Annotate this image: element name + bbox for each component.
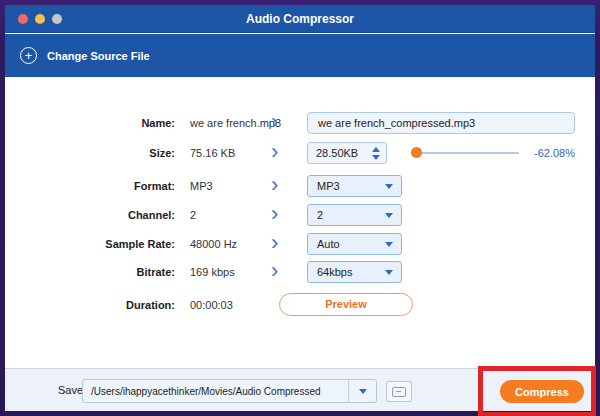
size-slider-handle[interactable] [411, 147, 422, 158]
size-label: Size: [5, 147, 175, 159]
source-format-value: MP3 [190, 180, 213, 192]
dropdown-arrow-icon [385, 184, 393, 189]
target-size-value: 28.50KB [308, 147, 372, 159]
save-path-value: /Users/ihappyacethinker/Movies/Audio Com… [83, 386, 348, 397]
row-sample-rate: Sample Rate: 48000 Hz › Auto [5, 231, 595, 257]
dropdown-arrow-icon [385, 270, 393, 275]
chevron-right-icon: › [271, 258, 278, 284]
preview-button[interactable]: Preview [279, 293, 413, 316]
source-bitrate-value: 169 kbps [190, 266, 235, 278]
source-channel-value: 2 [190, 209, 196, 221]
chevron-right-icon: › [271, 201, 278, 227]
row-format: Format: MP3 › MP3 [5, 173, 595, 199]
channel-select[interactable]: 2 [307, 204, 402, 226]
stepper-down-icon[interactable] [372, 155, 380, 160]
row-name: Name: we are french.mp3 › [5, 110, 595, 136]
duration-label: Duration: [5, 299, 175, 311]
size-slider-track[interactable] [417, 152, 519, 154]
save-path-dropdown-button[interactable] [348, 380, 376, 402]
form-area: Name: we are french.mp3 › Size: 75.16 KB… [5, 77, 595, 368]
header-bar: + Change Source File [5, 34, 595, 77]
sample-rate-select[interactable]: Auto [307, 233, 402, 255]
row-size: Size: 75.16 KB › 28.50KB -62.08% [5, 140, 595, 166]
traffic-lights [18, 14, 62, 24]
bitrate-select[interactable]: 64kbps [307, 261, 402, 283]
window-title: Audio Compressor [246, 12, 354, 26]
row-duration: Duration: 00:00:03 Preview [5, 292, 595, 318]
save-path-combobox[interactable]: /Users/ihappyacethinker/Movies/Audio Com… [82, 379, 377, 403]
sample-rate-select-value: Auto [308, 238, 385, 250]
chevron-right-icon: › [271, 172, 278, 198]
folder-icon [392, 387, 406, 397]
change-source-file-button[interactable]: + Change Source File [20, 47, 150, 64]
plus-circle-icon: + [20, 47, 37, 64]
compression-ratio-value: -62.08% [505, 147, 575, 159]
chevron-right-icon: › [271, 230, 278, 256]
titlebar: Audio Compressor [5, 5, 595, 33]
stepper-arrows [372, 147, 380, 160]
name-label: Name: [5, 117, 175, 129]
format-label: Format: [5, 180, 175, 192]
dropdown-arrow-icon [359, 389, 367, 394]
source-size-value: 75.16 KB [190, 147, 235, 159]
target-size-stepper[interactable]: 28.50KB [307, 142, 387, 164]
row-channel: Channel: 2 › 2 [5, 202, 595, 228]
dropdown-arrow-icon [385, 242, 393, 247]
chevron-right-icon: › [271, 109, 278, 135]
compress-button[interactable]: Compress [500, 380, 584, 403]
bitrate-select-value: 64kbps [308, 266, 385, 278]
close-icon[interactable] [18, 14, 28, 24]
format-select-value: MP3 [308, 180, 385, 192]
minimize-icon[interactable] [35, 14, 45, 24]
stepper-up-icon[interactable] [372, 147, 380, 152]
source-duration-value: 00:00:03 [190, 299, 233, 311]
change-source-file-label: Change Source File [47, 50, 150, 62]
format-select[interactable]: MP3 [307, 175, 402, 197]
channel-label: Channel: [5, 209, 175, 221]
browse-folder-button[interactable] [386, 381, 412, 402]
source-sample-rate-value: 48000 Hz [190, 238, 237, 250]
audio-compressor-window: Audio Compressor + Change Source File Na… [5, 5, 595, 411]
chevron-right-icon: › [271, 139, 278, 165]
zoom-icon[interactable] [52, 14, 62, 24]
channel-select-value: 2 [308, 209, 385, 221]
dropdown-arrow-icon [385, 213, 393, 218]
sample-rate-label: Sample Rate: [5, 238, 175, 250]
source-name-value: we are french.mp3 [190, 117, 281, 129]
row-bitrate: Bitrate: 169 kbps › 64kbps [5, 259, 595, 285]
bitrate-label: Bitrate: [5, 266, 175, 278]
output-name-input[interactable] [307, 112, 575, 134]
